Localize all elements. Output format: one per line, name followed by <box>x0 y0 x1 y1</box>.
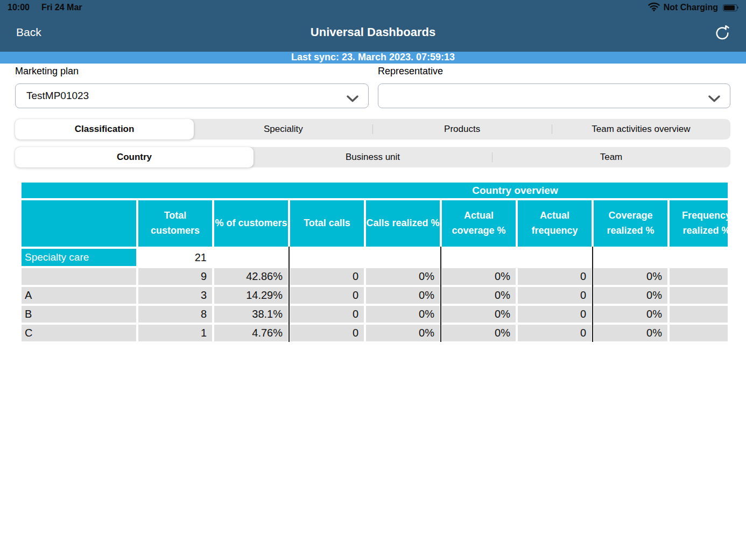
refresh-icon <box>714 35 731 43</box>
empty-cell <box>670 249 728 266</box>
battery-icon <box>723 4 740 11</box>
country-overview-table: Country overview Total customers % of cu… <box>22 183 728 349</box>
refresh-button[interactable] <box>713 24 732 43</box>
status-bar: 10:00 Fri 24 Mar Not Charging <box>0 0 746 15</box>
empty-cell <box>290 249 364 266</box>
status-right: Not Charging <box>648 2 740 13</box>
value-cell: 0 <box>518 325 592 341</box>
value-cell: 0% <box>442 287 516 304</box>
marketing-plan-value: TestMP01023 <box>26 90 89 102</box>
empty-cell <box>366 249 440 266</box>
value-cell: 4.76% <box>214 325 288 341</box>
status-time: 10:00 <box>8 3 30 12</box>
value-cell: 0 <box>518 287 592 304</box>
empty-cell <box>594 249 667 266</box>
tab-separator <box>492 152 492 162</box>
table-title: Country overview <box>22 183 728 198</box>
column-header: Total customers <box>138 200 212 247</box>
last-sync-text: Last sync: 23. March 2023. 07:59:13 <box>291 52 455 62</box>
column-divider-line <box>288 247 290 342</box>
column-header <box>22 200 136 247</box>
value-cell: 0 <box>518 268 592 285</box>
column-header: Total calls <box>290 200 364 247</box>
empty-cell <box>442 249 516 266</box>
value-cell: 38.1% <box>214 306 288 323</box>
tab-country[interactable]: Country <box>15 147 254 167</box>
value-cell: 0% <box>366 268 440 285</box>
value-cell: 14.29% <box>214 287 288 304</box>
row-label-cell: A <box>22 287 136 304</box>
primary-tabs: Classification Speciality Products Team … <box>15 119 730 139</box>
value-cell: 0% <box>594 287 667 304</box>
table-row: A314.29%00%0%00%0 <box>22 287 728 304</box>
value-cell: 0 <box>290 325 364 341</box>
app-screen: 10:00 Fri 24 Mar Not Charging Back Unive… <box>0 0 746 560</box>
summary-row-label: Specialty care <box>22 249 136 266</box>
summary-total-customers: 21 <box>138 249 212 266</box>
wifi-icon <box>648 2 660 13</box>
column-divider-line <box>592 247 593 342</box>
value-cell: 0% <box>366 287 440 304</box>
table-row: 942.86%00%0%00%0 <box>22 268 728 285</box>
value-cell: 0 <box>518 306 592 323</box>
value-cell: 0% <box>594 306 667 323</box>
value-cell: 0% <box>442 325 516 341</box>
secondary-tabs: Country Business unit Team <box>15 147 730 167</box>
value-cell: 0 <box>290 287 364 304</box>
status-date: Fri 24 Mar <box>41 3 82 12</box>
column-header: Calls realized % <box>366 200 440 247</box>
chevron-down-icon <box>708 93 720 105</box>
value-cell: 9 <box>138 268 212 285</box>
chevron-down-icon <box>347 93 358 105</box>
tab-separator <box>552 124 552 134</box>
column-header: Actual coverage % <box>442 200 516 247</box>
table-row: C14.76%00%0%00%0 <box>22 325 728 341</box>
value-cell: 0% <box>366 325 440 341</box>
table-row: B838.1%00%0%00%0 <box>22 306 728 323</box>
representative-label: Representative <box>378 66 730 78</box>
value-cell: 0 <box>290 268 364 285</box>
column-header: Coverage realized % <box>594 200 667 247</box>
value-cell: 0% <box>442 268 516 285</box>
value-cell: 3 <box>138 287 212 304</box>
value-cell: 0 <box>670 287 728 304</box>
value-cell: 8 <box>138 306 212 323</box>
value-cell: 0% <box>366 306 440 323</box>
value-cell: 42.86% <box>214 268 288 285</box>
tab-separator <box>372 124 373 134</box>
page-title: Universal Dashboards <box>0 25 746 39</box>
marketing-plan-filter: Marketing plan TestMP01023 <box>15 66 369 78</box>
table-body: 942.86%00%0%00%0A314.29%00%0%00%0B838.1%… <box>22 268 728 341</box>
value-cell: 1 <box>138 325 212 341</box>
battery-status-label: Not Charging <box>664 3 718 12</box>
sync-bar: Last sync: 23. March 2023. 07:59:13 <box>0 52 746 64</box>
representative-filter: Representative <box>378 66 730 78</box>
column-divider-line <box>440 247 441 342</box>
tab-business-unit[interactable]: Business unit <box>254 147 492 167</box>
row-label-cell: C <box>22 325 136 341</box>
value-cell: 0% <box>442 306 516 323</box>
marketing-plan-select[interactable]: TestMP01023 <box>15 83 369 108</box>
tab-products[interactable]: Products <box>373 119 552 139</box>
status-left: 10:00 Fri 24 Mar <box>6 3 82 12</box>
column-header: Frequency realized % <box>670 200 728 247</box>
value-cell: 0% <box>594 268 667 285</box>
tab-team-activities-overview[interactable]: Team activities overview <box>552 119 730 139</box>
value-cell: 0 <box>670 268 728 285</box>
empty-cell <box>518 249 592 266</box>
tab-speciality[interactable]: Speciality <box>194 119 372 139</box>
row-label-cell: B <box>22 306 136 323</box>
marketing-plan-label: Marketing plan <box>15 66 369 78</box>
value-cell: 0 <box>670 325 728 341</box>
column-header: Actual frequency <box>518 200 592 247</box>
value-cell: 0 <box>290 306 364 323</box>
value-cell: 0 <box>670 306 728 323</box>
summary-row: Specialty care 21 <box>22 249 728 266</box>
representative-select[interactable] <box>378 83 730 108</box>
tab-classification[interactable]: Classification <box>15 119 194 139</box>
row-label-cell <box>22 268 136 285</box>
tab-team[interactable]: Team <box>492 147 730 167</box>
table-header-row: Total customers % of customers Total cal… <box>22 200 728 247</box>
nav-bar: Back Universal Dashboards <box>0 15 746 52</box>
value-cell: 0% <box>594 325 667 341</box>
